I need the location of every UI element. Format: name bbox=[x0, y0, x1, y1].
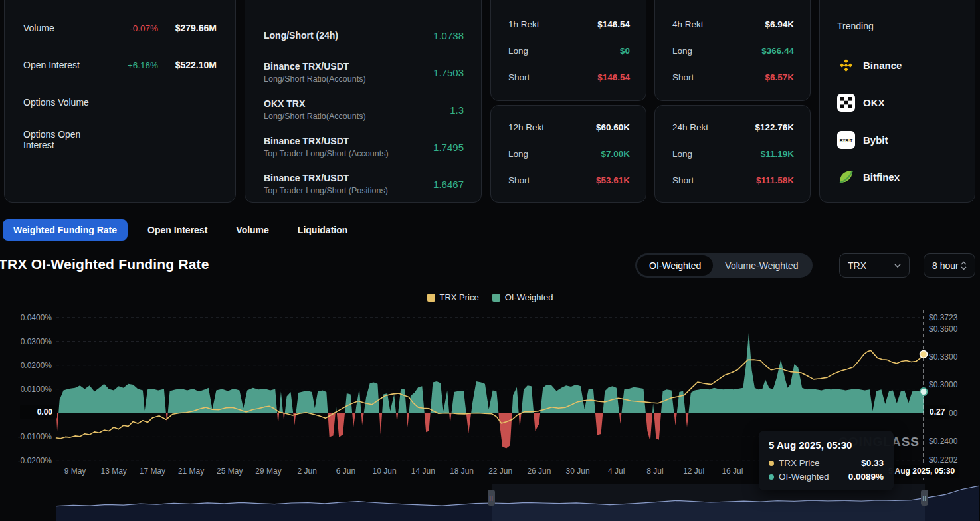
rekt-label: Long bbox=[508, 46, 620, 56]
ratio-row: Binance TRX/USDTLong/Short Ratio(Account… bbox=[264, 58, 464, 87]
crosshair-y-left-badge: 0.00 bbox=[20, 405, 57, 419]
rekt-row: Short$6.57K bbox=[672, 70, 794, 84]
okx-icon bbox=[837, 94, 855, 112]
ratio-row: Long/Short (24h)1.0738 bbox=[264, 21, 464, 50]
rekt-value: $146.54 bbox=[597, 72, 630, 82]
x-axis-tick: 9 May bbox=[56, 467, 94, 476]
rekt-label: Long bbox=[508, 149, 601, 159]
rekt-row: Short$111.58K bbox=[672, 173, 794, 187]
ratio-value: 1.7495 bbox=[433, 142, 464, 153]
symbol-select-value: TRX bbox=[848, 260, 866, 271]
navigator-handle-left[interactable]: || bbox=[488, 490, 495, 506]
exchange-name: Bitfinex bbox=[863, 171, 900, 183]
rekt-label: Short bbox=[672, 175, 756, 185]
exchange-name: OKX bbox=[863, 97, 885, 108]
stat-label: Volume bbox=[23, 23, 106, 33]
rekt-value: $53.61K bbox=[596, 175, 630, 185]
x-axis-tick: 16 Jul bbox=[713, 467, 751, 476]
x-axis-tick: 29 May bbox=[249, 467, 288, 476]
x-axis-tick: 8 Jul bbox=[636, 467, 674, 476]
stat-value: $522.10M bbox=[158, 60, 217, 70]
trending-exchange-bybit[interactable]: BYB!TBybit bbox=[837, 129, 888, 150]
interval-select[interactable]: 8 hour bbox=[924, 253, 975, 278]
tooltip-series-label: OI-Weighted bbox=[779, 472, 829, 482]
toggle-option-volume-weighted[interactable]: Volume-Weighted bbox=[713, 255, 810, 276]
trending-exchange-okx[interactable]: OKX bbox=[837, 92, 885, 113]
stat-label: Options Volume bbox=[23, 97, 106, 108]
toggle-option-oi-weighted[interactable]: OI-Weighted bbox=[637, 255, 713, 276]
tab-open-interest[interactable]: Open Interest bbox=[147, 225, 207, 235]
tooltip-series-dot bbox=[769, 461, 774, 466]
rekt-12h-card: 12h Rekt$60.60KLong$7.00KShort$53.61K bbox=[490, 105, 646, 203]
stat-row: Volume-0.07%$279.66M bbox=[23, 21, 217, 35]
x-axis-tick: 17 May bbox=[133, 467, 171, 476]
tab-volume[interactable]: Volume bbox=[236, 225, 269, 235]
trending-title: Trending bbox=[837, 21, 874, 31]
tooltip-date: 5 Aug 2025, 05:30 bbox=[769, 439, 884, 451]
ratio-value: 1.6467 bbox=[433, 179, 464, 190]
crosshair-y-right-badge: 0.27 bbox=[925, 405, 949, 419]
symbol-select[interactable]: TRX bbox=[839, 253, 910, 278]
chart-tooltip: 5 Aug 2025, 05:30 TRX Price$0.33OI-Weigh… bbox=[759, 431, 894, 490]
rekt-label: 4h Rekt bbox=[672, 19, 765, 29]
tooltip-series-dot bbox=[769, 474, 774, 480]
ratio-title: Binance TRX/USDT bbox=[264, 61, 366, 72]
trending-exchange-bitfinex[interactable]: Bitfinex bbox=[837, 166, 900, 187]
ratio-subtitle: Top Trader Long/Short (Positions) bbox=[264, 186, 388, 195]
tooltip-row: TRX Price$0.33 bbox=[769, 458, 884, 468]
updown-spinner-icon bbox=[961, 261, 967, 270]
legend-item-oi-weighted[interactable]: OI-Weighted bbox=[492, 292, 553, 302]
rekt-label: Long bbox=[672, 46, 761, 56]
rekt-row: Short$146.54 bbox=[508, 70, 630, 84]
ratio-title: Binance TRX/USDT bbox=[264, 136, 389, 146]
rekt-24h-card: 24h Rekt$122.76KLong$11.19KShort$111.58K bbox=[654, 105, 811, 203]
stat-label: Options Open Interest bbox=[23, 129, 106, 150]
trending-exchange-binance[interactable]: Binance bbox=[837, 54, 902, 76]
rekt-row: Long$366.44 bbox=[672, 43, 794, 58]
x-axis-tick: 18 Jun bbox=[442, 467, 481, 476]
ratio-title: Long/Short (24h) bbox=[264, 30, 338, 41]
rekt-value: $7.00K bbox=[601, 149, 630, 159]
ratio-text: OKX TRXLong/Short Ratio(Accounts) bbox=[264, 98, 366, 121]
y-axis-left-tick: 0.0100% bbox=[0, 385, 52, 394]
tab-weighted-funding-rate[interactable]: Weighted Funding Rate bbox=[3, 219, 128, 241]
x-axis-tick: 4 Jul bbox=[597, 467, 636, 476]
rekt-1h-card: 1h Rekt$146.54Long$0Short$146.54 bbox=[490, 0, 646, 101]
x-axis-tick: 13 May bbox=[94, 467, 133, 476]
rekt-value: $122.76K bbox=[755, 122, 794, 132]
rekt-label: 1h Rekt bbox=[508, 19, 597, 29]
rekt-value: $6.57K bbox=[765, 72, 794, 82]
y-axis-right-tick: $0.3000 bbox=[929, 380, 957, 389]
interval-select-value: 8 hour bbox=[932, 260, 959, 271]
rekt-value: $111.58K bbox=[756, 175, 794, 185]
ratio-title: Binance TRX/USDT bbox=[264, 173, 388, 183]
ratio-row: Binance TRX/USDTTop Trader Long/Short (P… bbox=[264, 169, 464, 199]
chart-tabs: Weighted Funding RateOpen InterestVolume… bbox=[3, 219, 347, 241]
tab-liquidation[interactable]: Liquidation bbox=[298, 225, 347, 235]
rekt-row: 12h Rekt$60.60K bbox=[508, 120, 630, 134]
x-axis-tick: 14 Jun bbox=[404, 467, 442, 476]
y-axis-right-tick: $0.3300 bbox=[929, 352, 957, 362]
x-axis-tick: 2 Jun bbox=[288, 467, 326, 476]
ratio-row: Binance TRX/USDTTop Trader Long/Short (A… bbox=[264, 132, 464, 161]
navigator-handle-right[interactable]: || bbox=[921, 490, 928, 506]
ratio-row: OKX TRXLong/Short Ratio(Accounts)1.3 bbox=[264, 95, 464, 124]
rekt-value: $11.19K bbox=[761, 149, 794, 159]
weighting-toggle: OI-WeightedVolume-Weighted bbox=[635, 253, 813, 278]
rekt-value: $146.54 bbox=[597, 19, 630, 29]
y-axis-right-tick: $0.2202 bbox=[929, 455, 957, 465]
ratio-subtitle: Long/Short Ratio(Accounts) bbox=[264, 112, 366, 121]
y-axis-left-tick: 0.0200% bbox=[0, 361, 52, 370]
bybit-icon: BYB!T bbox=[837, 131, 855, 149]
stat-value: $279.66M bbox=[158, 23, 217, 33]
y-axis-right-tick: $0.3723 bbox=[929, 313, 957, 322]
legend-item-trx-price[interactable]: TRX Price bbox=[427, 292, 479, 302]
exchange-name: Bybit bbox=[863, 134, 888, 146]
x-axis-tick: 6 Jun bbox=[326, 467, 365, 476]
tooltip-series-value: 0.0089% bbox=[848, 472, 884, 482]
ratio-value: 1.0738 bbox=[433, 30, 464, 41]
navigator-area bbox=[56, 486, 979, 521]
ratio-text: Binance TRX/USDTTop Trader Long/Short (P… bbox=[264, 173, 388, 195]
coinglass-dashboard: Volume-0.07%$279.66MOpen Interest+6.16%$… bbox=[0, 0, 980, 521]
bitfinex-icon bbox=[837, 168, 855, 186]
